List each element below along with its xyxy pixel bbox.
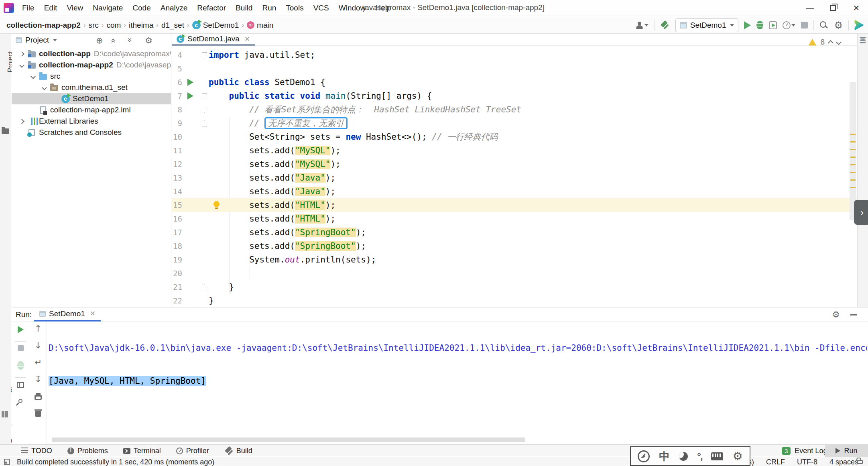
code-line-6[interactable]: 6public class SetDemo1 { xyxy=(172,75,857,89)
plugin-icon[interactable] xyxy=(854,20,864,31)
tool-window-button-terminal[interactable]: Terminal xyxy=(123,447,161,455)
menu-edit[interactable]: Edit xyxy=(40,2,61,14)
code-line-21[interactable]: 21 } xyxy=(172,280,857,294)
breadcrumb-src[interactable]: src xyxy=(87,21,100,30)
warning-stripe-mark[interactable] xyxy=(850,164,856,165)
fold-marker-icon[interactable] xyxy=(202,93,207,99)
project-stripe-tab[interactable]: Project xyxy=(0,58,11,66)
code-line-14[interactable]: 14 sets.add("Java"); xyxy=(172,185,857,198)
tree-item-collection-map-app2-iml[interactable]: collection-map-app2.iml xyxy=(12,104,171,116)
code-line-13[interactable]: 13 sets.add("Java"); xyxy=(172,171,857,185)
unlock-icon[interactable] xyxy=(857,460,863,464)
console-output-line[interactable]: [Java, MySQL, HTML, SpringBoot] xyxy=(49,374,867,388)
collapse-all-icon[interactable]: « xyxy=(124,39,134,42)
event-log-button[interactable]: Event Log xyxy=(795,447,827,455)
user-menu[interactable] xyxy=(636,21,648,29)
tool-window-button-profiler[interactable]: Profiler xyxy=(176,447,209,455)
project-folder-icon[interactable] xyxy=(2,128,10,136)
warning-stripe-mark[interactable] xyxy=(850,149,856,150)
chevron-right-icon[interactable] xyxy=(16,120,27,123)
close-icon[interactable]: ✕ xyxy=(88,309,96,318)
warning-stripe-mark[interactable] xyxy=(850,172,856,173)
tool-window-toggle-icon[interactable] xyxy=(4,459,10,465)
warning-stripe-mark[interactable] xyxy=(850,187,856,188)
code-line-15[interactable]: 15 sets.add("HTML"); xyxy=(172,198,857,212)
stop-button[interactable] xyxy=(12,345,29,351)
soft-wrap-icon[interactable]: ↵ xyxy=(29,358,47,367)
indent-indicator[interactable]: 4 spaces xyxy=(829,458,858,466)
search-everywhere-button[interactable] xyxy=(819,21,828,30)
menu-file[interactable]: File xyxy=(18,2,39,14)
breadcrumb-setdemo1[interactable]: SetDemo1 xyxy=(191,21,241,30)
run-tool-window-button[interactable]: Run xyxy=(825,445,868,457)
code-line-7[interactable]: 7 public static void main(String[] args)… xyxy=(172,89,857,103)
clear-console-button[interactable] xyxy=(29,409,47,417)
run-console[interactable]: D:\soft\Java\jdk-16.0.1\bin\java.exe -ja… xyxy=(49,322,867,438)
breadcrumb-com[interactable]: com xyxy=(105,21,122,30)
breadcrumb-d1_set[interactable]: d1_set xyxy=(160,21,186,30)
tree-item-collection-map-app2[interactable]: collection-map-app2D:\code\javasepro xyxy=(12,59,171,71)
minimize-button[interactable]: — xyxy=(798,0,821,16)
tree-item-setdemo1[interactable]: SetDemo1 xyxy=(12,93,171,104)
debug-button[interactable] xyxy=(756,21,763,29)
tool-window-button-build[interactable]: Build xyxy=(224,446,252,455)
structure-stripe-tab[interactable]: Structure xyxy=(0,375,11,383)
warning-stripe-mark[interactable] xyxy=(850,179,856,181)
encoding-indicator[interactable]: UTF-8 xyxy=(797,458,817,466)
chevron-down-icon[interactable] xyxy=(39,86,49,90)
menu-analyze[interactable]: Analyze xyxy=(157,2,192,14)
menu-tools[interactable]: Tools xyxy=(282,2,307,14)
code-line-5[interactable]: 5 xyxy=(172,62,857,75)
scroll-down-icon[interactable]: ↓ xyxy=(29,341,47,350)
editor-expander-button[interactable]: › xyxy=(854,200,868,225)
menu-refactor[interactable]: Refactor xyxy=(193,2,230,14)
chevron-right-icon[interactable] xyxy=(16,52,27,56)
code-line-16[interactable]: 16 sets.add("HTML"); xyxy=(172,212,857,226)
console-horizontal-scrollbar[interactable] xyxy=(52,438,525,442)
tool-window-button-todo[interactable]: TODO xyxy=(21,447,52,455)
fold-end-marker-icon[interactable] xyxy=(202,284,207,290)
menu-view[interactable]: View xyxy=(63,2,87,14)
ime-keyboard-icon[interactable] xyxy=(711,452,723,460)
scroll-to-end-icon[interactable]: ↧ xyxy=(29,375,47,384)
breadcrumb-collection-map-app2[interactable]: collection-map-app2 xyxy=(5,21,82,30)
warning-stripe-mark[interactable] xyxy=(850,157,856,158)
editor-scrollbar[interactable] xyxy=(850,82,856,220)
favorites-stripe-tab[interactable]: Favorites xyxy=(0,425,11,433)
fold-end-marker-icon[interactable] xyxy=(202,120,207,126)
code-line-11[interactable]: 11 sets.add("MySQL"); xyxy=(172,144,857,157)
scroll-up-icon[interactable]: ↑ xyxy=(29,324,47,333)
code-line-8[interactable]: 8 // 看看Set系列集合的特点： HashSet LinkedHashSet… xyxy=(172,103,857,116)
run-line-icon[interactable] xyxy=(187,92,193,100)
settings-button[interactable]: ⚙ xyxy=(834,20,843,30)
fold-marker-icon[interactable] xyxy=(202,52,207,58)
restore-button[interactable] xyxy=(821,0,845,16)
breadcrumb-itheima[interactable]: itheima xyxy=(127,21,155,30)
code-line-12[interactable]: 12 sets.add("MySQL"); xyxy=(172,157,857,171)
tree-item-collection-app[interactable]: collection-appD:\code\javasepromax\c xyxy=(12,48,171,59)
prev-warning-icon[interactable] xyxy=(828,40,833,46)
close-button[interactable]: ✕ xyxy=(845,0,868,16)
tree-item-scratches-and-consoles[interactable]: Scratches and Consoles xyxy=(12,127,171,138)
run-settings-icon[interactable]: ⚙ xyxy=(832,310,840,319)
project-panel-title[interactable]: Project xyxy=(25,36,49,45)
hide-run-panel-icon[interactable] xyxy=(850,314,857,315)
chevron-down-icon[interactable] xyxy=(53,39,57,41)
code-line-20[interactable]: 20 xyxy=(172,267,857,280)
inspections-widget[interactable]: 8 xyxy=(808,38,841,47)
console-command-line[interactable]: D:\soft\Java\jdk-16.0.1\bin\java.exe -ja… xyxy=(49,341,867,355)
run-line-icon[interactable] xyxy=(187,79,193,86)
panel-settings-icon[interactable]: ⚙ xyxy=(145,36,152,45)
pin-tab-button[interactable] xyxy=(12,399,29,403)
code-line-17[interactable]: 17 sets.add("SpringBoot"); xyxy=(172,226,857,239)
locate-icon[interactable]: ⊕ xyxy=(96,36,103,45)
code-line-22[interactable]: 22} xyxy=(172,294,857,307)
menu-build[interactable]: Build xyxy=(232,2,256,14)
stop-button[interactable] xyxy=(801,22,808,28)
close-icon[interactable]: ✕ xyxy=(243,35,250,43)
run-with-coverage-button[interactable] xyxy=(769,21,777,29)
rerun-button[interactable] xyxy=(12,326,29,333)
ime-language-icon[interactable]: 中 xyxy=(659,449,670,464)
build-hammer-icon[interactable] xyxy=(660,20,670,30)
run-config-selector[interactable]: SetDemo1 xyxy=(675,18,739,32)
